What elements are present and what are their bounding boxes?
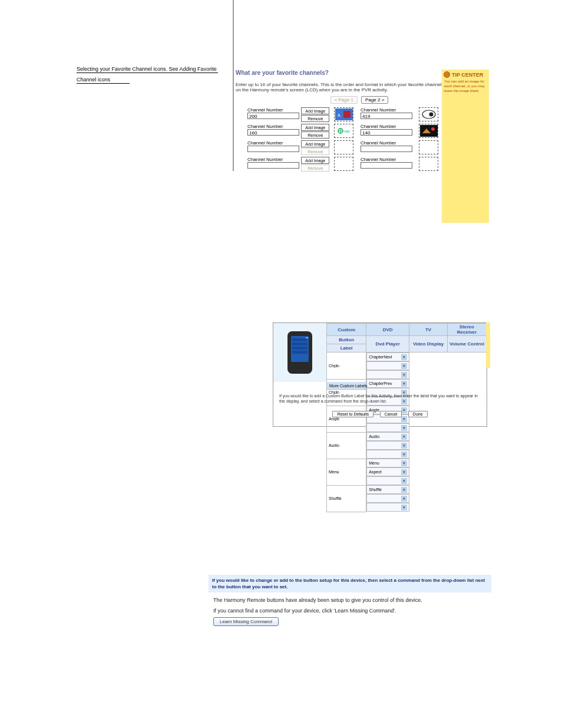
channel-number-label: Channel Number — [361, 107, 414, 113]
svg-rect-1 — [343, 111, 351, 118]
chevron-down-icon: ▾ — [401, 478, 407, 484]
svg-point-10 — [431, 127, 435, 131]
config-row: Shuffle▾▾▾ — [327, 485, 487, 512]
config-row: Audio▾▾▾ — [327, 432, 487, 459]
learn-missing-command-button[interactable]: Learn Missing Command — [213, 617, 279, 626]
command-select[interactable]: ▾ — [366, 494, 409, 503]
svg-rect-13 — [292, 338, 308, 341]
command-select[interactable]: Audio▾ — [366, 432, 409, 441]
col-tv: TV — [409, 324, 448, 336]
done-button[interactable]: Done — [408, 411, 428, 417]
command-select[interactable]: ChapterNext▾ — [366, 353, 409, 361]
svg-rect-15 — [292, 347, 308, 350]
command-select[interactable]: ▾ — [366, 450, 409, 459]
channel-number-input[interactable] — [247, 162, 299, 169]
chevron-down-icon: ▾ — [401, 460, 407, 466]
command-select[interactable]: ChapterPrev▾ — [366, 379, 409, 388]
tip-center: TIP CENTER You can add an image for each… — [442, 70, 489, 223]
remove-button: Remove — [301, 164, 329, 172]
toc-line-1: Selecting your Favorite Channel icons. S… — [77, 65, 221, 73]
channel-number-input[interactable]: 419 — [361, 113, 412, 119]
config-row: ChapterNext▾▾▾ — [327, 353, 487, 380]
channel-number-label: Channel Number — [247, 140, 301, 146]
channel-thumbnail — [334, 157, 353, 171]
fav-row: Channel NumberAdd ImageRemoveChannel Num… — [247, 157, 471, 172]
label-input[interactable] — [329, 364, 361, 368]
channel-number-label: Channel Number — [247, 124, 301, 129]
col-video-display: Video Display — [409, 336, 448, 353]
toc-line-2: Channel icons — [77, 76, 221, 84]
svg-rect-16 — [292, 351, 308, 354]
command-select[interactable]: ▾ — [366, 503, 409, 512]
channel-thumbnail — [419, 157, 438, 171]
tip-title: TIP CENTER — [452, 72, 483, 78]
label-input[interactable] — [329, 470, 361, 474]
learn-instruction-bar: If you would like to change or add to th… — [209, 575, 491, 592]
reset-defaults-button[interactable]: Reset to Defaults — [332, 411, 373, 417]
command-select[interactable]: ▾ — [366, 423, 409, 432]
command-select[interactable]: Shuffle▾ — [366, 485, 409, 494]
remove-button[interactable]: Remove — [301, 115, 329, 122]
remote-lcd-preview — [273, 323, 326, 382]
chevron-down-icon: ▾ — [401, 363, 407, 369]
channel-number-input[interactable] — [247, 146, 299, 152]
svg-rect-14 — [292, 342, 308, 345]
col-dvd: DVD — [366, 324, 409, 336]
label-input[interactable] — [329, 443, 361, 447]
label-cell[interactable] — [327, 459, 366, 485]
channel-number-label: Channel Number — [361, 124, 414, 129]
label-cell[interactable] — [327, 432, 366, 459]
label-cell[interactable] — [327, 485, 366, 512]
custom-button-config: Custom DVD TV Stereo Receiver Button Dvd… — [273, 322, 487, 427]
col-label: Label — [327, 344, 366, 353]
channel-number-input[interactable]: 140 — [361, 129, 412, 136]
add-image-button[interactable]: Add Image — [301, 157, 329, 164]
label-input[interactable] — [329, 496, 361, 500]
tip-icon — [444, 71, 450, 78]
add-image-button[interactable]: Add Image — [301, 107, 329, 114]
command-select[interactable]: ▾ — [366, 370, 409, 379]
command-select[interactable]: ▾ — [366, 441, 409, 450]
command-select[interactable]: ▾ — [366, 476, 409, 485]
chevron-down-icon: ▾ — [401, 505, 407, 510]
col-button: Button — [327, 336, 366, 344]
add-image-button[interactable]: Add Image — [301, 124, 329, 131]
learn-text-1: The Harmony Remote buttons have already … — [213, 597, 491, 603]
page-prev-button[interactable]: < Page 1 — [330, 96, 358, 104]
channel-number-input[interactable]: 200 — [247, 113, 299, 119]
channel-thumbnail — [419, 140, 438, 154]
channel-number-label: Channel Number — [361, 157, 414, 162]
svg-point-5 — [429, 113, 433, 117]
command-select[interactable]: ▾ — [366, 361, 409, 370]
label-cell[interactable] — [327, 353, 366, 380]
fav-row: Channel Number200Add ImageRemoveAChannel… — [247, 107, 471, 123]
remove-button[interactable]: Remove — [301, 131, 329, 139]
chevron-down-icon: ▾ — [401, 452, 407, 457]
col-volume-control: Volume Control — [448, 336, 487, 353]
channel-number-label: Channel Number — [247, 157, 301, 162]
command-select[interactable]: Aspect▾ — [366, 467, 409, 476]
command-select[interactable]: Menu▾ — [366, 459, 409, 467]
channel-number-input[interactable] — [361, 162, 412, 169]
page-next-button[interactable]: Page 2 > — [361, 96, 388, 104]
tip-header: TIP CENTER — [442, 70, 489, 79]
cancel-button[interactable]: Cancel — [380, 411, 402, 417]
vertical-separator — [233, 0, 234, 171]
svg-rect-9 — [420, 125, 438, 137]
chevron-down-icon: ▾ — [401, 469, 407, 475]
channel-thumbnail — [334, 140, 353, 154]
svg-text:A: A — [338, 113, 340, 117]
add-image-button[interactable]: Add Image — [301, 140, 329, 147]
chevron-down-icon: ▾ — [401, 381, 407, 387]
remove-button: Remove — [301, 148, 329, 155]
channel-number-input[interactable]: 160 — [247, 129, 299, 136]
chevron-down-icon: ▾ — [401, 372, 407, 378]
fav-row: Channel Number160Add ImageRemoveHDChanne… — [247, 124, 471, 139]
tip-body: You can add an image for each channel, o… — [442, 79, 489, 93]
chevron-down-icon: ▾ — [401, 354, 407, 360]
fav-row: Channel NumberAdd ImageRemoveChannel Num… — [247, 140, 471, 156]
learn-text-2: If you cannot find a command for your de… — [213, 608, 491, 614]
chevron-down-icon: ▾ — [401, 496, 407, 502]
channel-number-input[interactable] — [361, 146, 412, 152]
channel-thumbnail — [419, 107, 438, 121]
